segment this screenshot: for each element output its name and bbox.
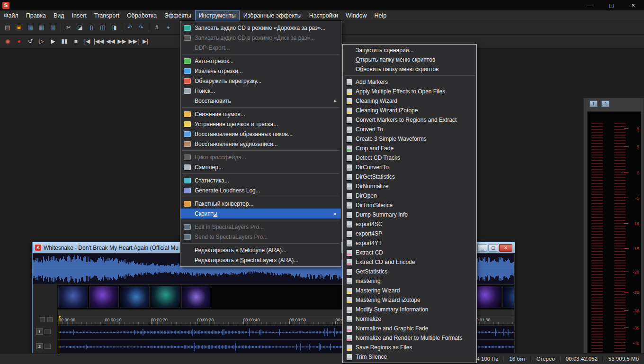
- script-item-12[interactable]: DirOpen: [343, 191, 476, 200]
- script-item-17[interactable]: export4YT: [343, 238, 476, 248]
- tools-menu-item-7[interactable]: Поиск...: [180, 86, 341, 96]
- script-item-26[interactable]: Normalize and Graphic Fade: [343, 324, 476, 333]
- menubar-item-1[interactable]: Правка: [22, 10, 50, 20]
- loop-playback-button[interactable]: ↺: [25, 36, 36, 46]
- menubar-item-10[interactable]: Window: [342, 10, 370, 20]
- script-item-2[interactable]: Cleaning Wizard: [343, 96, 476, 106]
- script-item-24[interactable]: Modify Summary Information: [343, 305, 476, 314]
- menubar-item-4[interactable]: Transport: [90, 10, 123, 20]
- tools-menu-item-6[interactable]: Обнаружить перегрузку...: [180, 76, 341, 86]
- channel-1-mode-button[interactable]: [45, 329, 51, 334]
- save-button[interactable]: ▥: [25, 22, 36, 33]
- tools-menu-item-25[interactable]: Send to SpectraLayers Pro...: [180, 232, 341, 242]
- previous-marker-button[interactable]: |◀◀: [93, 36, 105, 46]
- tools-menu-item-28[interactable]: Редактировать в SpectraLayers (ARA)...: [180, 255, 341, 265]
- tools-menu-item-8[interactable]: Восстановить▸: [180, 96, 341, 106]
- script-item-29[interactable]: Trim Silence: [343, 352, 476, 362]
- save-as-button[interactable]: ▥: [36, 22, 47, 33]
- menubar-item-0[interactable]: Файл: [0, 10, 22, 20]
- trim-button[interactable]: ◫: [97, 22, 108, 33]
- script-item-13[interactable]: DirTrimSilence: [343, 200, 476, 210]
- script-item-7[interactable]: Crop and Fade: [343, 144, 476, 153]
- script-item-5[interactable]: Convert To: [343, 125, 476, 134]
- scripts-menu-action-1[interactable]: Открыть папку меню скриптов: [343, 55, 476, 64]
- script-item-19[interactable]: Extract CD and Encode: [343, 257, 476, 267]
- tools-menu-item-13[interactable]: Восстановление аудиозаписи...: [180, 139, 341, 149]
- script-item-14[interactable]: Dump Summary Info: [343, 210, 476, 219]
- tools-menu-item-16[interactable]: Сэмплер...: [180, 162, 341, 172]
- channel-1-button[interactable]: 1: [36, 328, 43, 335]
- script-item-15[interactable]: export4SC: [343, 219, 476, 229]
- stop-button[interactable]: ■: [70, 36, 81, 46]
- channel-2-mode-button[interactable]: [45, 344, 51, 349]
- play-all-button[interactable]: ▷: [36, 36, 47, 46]
- menubar-item-2[interactable]: Вид: [50, 10, 68, 20]
- lock-icon[interactable]: [40, 317, 45, 322]
- maximize-button[interactable]: ▢: [600, 0, 622, 10]
- undo-button[interactable]: ↶: [124, 22, 135, 33]
- doc-restore-button[interactable]: ▢: [488, 244, 498, 252]
- script-item-4[interactable]: Convert Markers to Regions and Extract: [343, 115, 476, 125]
- script-item-21[interactable]: mastering: [343, 276, 476, 286]
- doc-close-button[interactable]: ✕: [499, 244, 512, 252]
- close-button[interactable]: ✕: [622, 0, 644, 10]
- tools-menu-item-22[interactable]: Скрипты▸: [180, 209, 341, 218]
- tools-menu-item-4[interactable]: Авто-отрезок...: [180, 56, 341, 66]
- menubar-item-11[interactable]: Help: [371, 10, 391, 20]
- rewind-button[interactable]: ◀◀: [105, 36, 116, 46]
- record-arm-button[interactable]: ◉: [2, 36, 13, 46]
- tools-menu-item-19[interactable]: Generate Loudness Log...: [180, 185, 341, 195]
- event-tool-button[interactable]: +: [162, 22, 174, 33]
- script-item-10[interactable]: DirGetStatistics: [343, 172, 476, 182]
- script-item-27[interactable]: Normalize and Render to Multiple Formats: [343, 333, 476, 343]
- menubar-item-9[interactable]: Настройки: [305, 10, 342, 20]
- script-item-3[interactable]: Cleaning Wizard iZotope: [343, 106, 476, 115]
- menubar-item-5[interactable]: Обработка: [123, 10, 161, 20]
- tools-menu-item-21[interactable]: Пакетный конвертер...: [180, 199, 341, 209]
- script-item-6[interactable]: Create 3 Simple Waveforms: [343, 134, 476, 144]
- meter-tab-2[interactable]: 2: [601, 100, 609, 107]
- tools-menu-item-18[interactable]: Статистика...: [180, 175, 341, 185]
- menubar-item-3[interactable]: Insert: [68, 10, 90, 20]
- go-to-start-button[interactable]: |◀: [81, 36, 93, 46]
- forward-button[interactable]: ▶▶: [116, 36, 128, 46]
- tools-menu-item-5[interactable]: Извлечь отрезки...: [180, 66, 341, 76]
- meter-body[interactable]: L R 950-5-10-15-20-25-30-35-40-50-70: [587, 111, 641, 364]
- menubar-item-6[interactable]: Эффекты: [161, 10, 195, 20]
- menubar-item-8[interactable]: Избранные эффекты: [240, 10, 305, 20]
- channel-2-button[interactable]: 2: [36, 343, 43, 349]
- tools-menu-item-12[interactable]: Восстановление обрезанных пиков...: [180, 129, 341, 139]
- doc-minimize-button[interactable]: ▁: [477, 244, 487, 252]
- minimize-button[interactable]: —: [579, 0, 600, 10]
- script-item-1[interactable]: Apply Multiple Effects to Open Files: [343, 87, 476, 96]
- script-item-0[interactable]: Add Markers: [343, 77, 476, 87]
- script-item-18[interactable]: Extract CD: [343, 248, 476, 257]
- new-file-button[interactable]: ▤: [2, 22, 13, 33]
- tools-menu-item-24[interactable]: Edit in SpectraLayers Pro...: [180, 222, 341, 232]
- tools-menu-item-10[interactable]: Снижение шумов...: [180, 109, 341, 119]
- script-item-22[interactable]: Mastering Wizard: [343, 286, 476, 295]
- playhead-cursor[interactable]: [59, 316, 59, 354]
- script-item-9[interactable]: DirConvertTo: [343, 163, 476, 172]
- cut-button[interactable]: ✂: [63, 22, 74, 33]
- script-item-25[interactable]: Normalize: [343, 314, 476, 324]
- script-item-28[interactable]: Save Regions as Files: [343, 343, 476, 352]
- script-item-8[interactable]: Detect CD Tracks: [343, 153, 476, 163]
- go-to-end-button[interactable]: ▶|: [140, 36, 151, 46]
- script-item-16[interactable]: export4SP: [343, 229, 476, 238]
- redo-button[interactable]: ↷: [135, 22, 147, 33]
- script-item-20[interactable]: GetStatistics: [343, 267, 476, 276]
- tools-menu-item-11[interactable]: Устранение щелчков и треска...: [180, 119, 341, 129]
- snap-grid-icon[interactable]: [47, 317, 53, 322]
- scripts-menu-action-2[interactable]: Обновить папку меню скриптов: [343, 64, 476, 74]
- script-item-23[interactable]: Mastering Wizard iZotope: [343, 295, 476, 305]
- script-item-11[interactable]: DirNormalize: [343, 182, 476, 191]
- tools-menu-item-0[interactable]: Записать аудио CD в режиме «Дорожка за р…: [180, 23, 341, 33]
- mix-button[interactable]: ◨: [108, 22, 120, 33]
- menubar-item-7[interactable]: Инструменты: [195, 10, 240, 20]
- snap-button[interactable]: #: [151, 22, 162, 33]
- tools-menu-item-15[interactable]: Цикл кроссфейда...: [180, 152, 341, 162]
- tools-menu-item-2[interactable]: DDP-Export...: [180, 43, 341, 53]
- pause-button[interactable]: ▮▮: [59, 36, 70, 46]
- paste-button[interactable]: ▯: [86, 22, 97, 33]
